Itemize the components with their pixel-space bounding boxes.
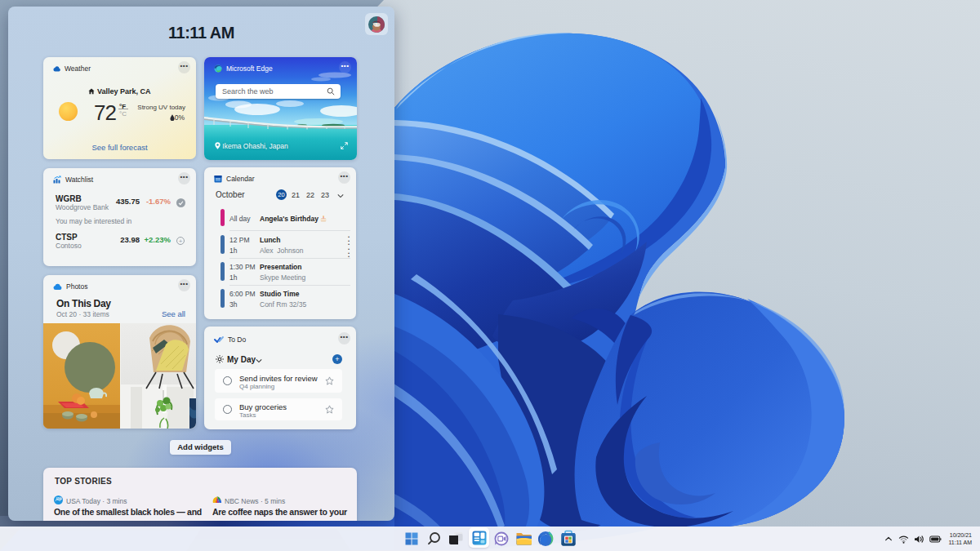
svg-text:USA: USA (56, 497, 62, 500)
